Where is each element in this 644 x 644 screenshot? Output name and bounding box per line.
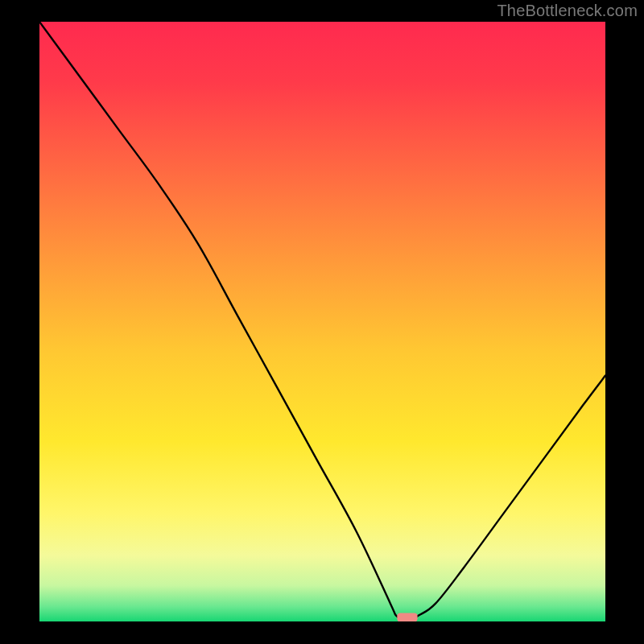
watermark-text: TheBottleneck.com [497, 2, 638, 20]
gradient-background [39, 22, 605, 621]
sweet-spot-marker [397, 613, 417, 621]
chart-frame: TheBottleneck.com [0, 0, 644, 644]
plot-area [39, 22, 605, 621]
chart-svg [39, 22, 605, 621]
